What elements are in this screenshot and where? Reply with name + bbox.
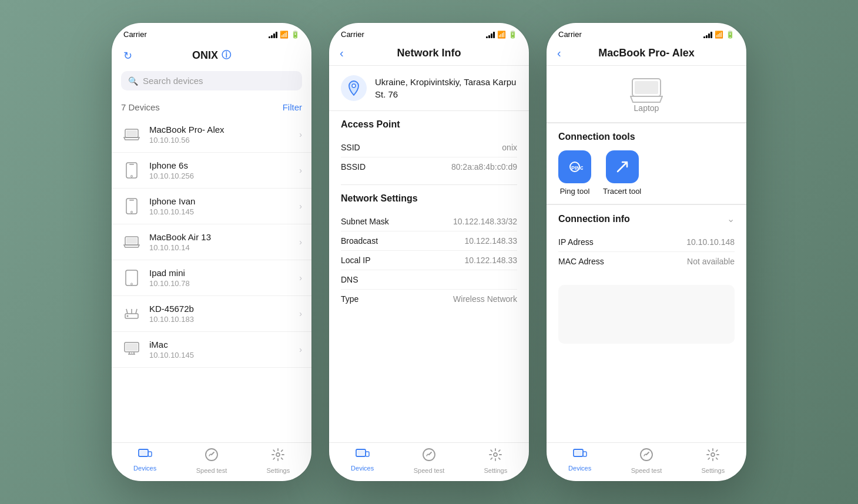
connection-info-header: Connection info ⌄ — [558, 213, 735, 224]
tab-settings-label-1: Settings — [266, 467, 290, 474]
device-name-imac: iMac — [149, 340, 299, 350]
svg-line-15 — [136, 309, 137, 314]
svg-point-11 — [131, 283, 133, 285]
device-ip-kd: 10.10.10.183 — [149, 315, 299, 324]
device-info-macbook-pro: MacBook Pro- Alex 10.10.10.56 — [149, 125, 299, 145]
device-item-iphone6s[interactable]: Iphone 6s 10.10.10.256 › — [112, 153, 311, 189]
battery-icon-1: 🔋 — [291, 31, 300, 39]
tab-devices-3[interactable]: Devices — [547, 448, 613, 474]
device-item-iphone-ivan[interactable]: Iphone Ivan 10.10.10.145 › — [112, 189, 311, 224]
spacer-2 — [329, 317, 529, 442]
chevron-ipad: › — [299, 273, 302, 283]
search-placeholder: Search devices — [143, 76, 203, 86]
localip-value: 10.122.148.33 — [464, 256, 517, 265]
network-name-text: ONIX — [192, 49, 218, 62]
svg-point-26 — [352, 84, 356, 88]
devices-count: 7 Devices — [121, 102, 160, 112]
tab-settings-icon-2 — [488, 448, 502, 465]
carrier-2: Carrier — [341, 30, 364, 39]
svg-point-40 — [711, 453, 715, 456]
location-icon-wrap — [341, 75, 367, 101]
phones-container: Carrier 📶 🔋 ↻ ONIX ⓘ 🔍 Search devices — [112, 23, 746, 481]
tab-speed-3[interactable]: Speed test — [613, 448, 679, 474]
chevron-macbook-air: › — [299, 237, 302, 247]
back-button-2[interactable]: ‹ — [340, 46, 344, 60]
tab-speed-1[interactable]: Speed test — [178, 448, 244, 474]
device-item-macbook-pro[interactable]: MacBook Pro- Alex 10.10.10.56 › — [112, 117, 311, 153]
device-list: MacBook Pro- Alex 10.10.10.56 › Iphone 6… — [112, 117, 311, 442]
tracert-tool[interactable]: Tracert tool — [603, 150, 641, 196]
ping-tool[interactable]: PING Ping tool — [558, 150, 591, 196]
chevron-iphone-ivan: › — [299, 201, 302, 211]
nav-bar-3: ‹ MacBook Pro- Alex — [547, 43, 746, 66]
network-name: ONIX ⓘ — [192, 49, 231, 62]
spacer-3 — [547, 350, 746, 442]
ping-icon: PING — [558, 150, 591, 183]
tab-speed-2[interactable]: Speed test — [396, 448, 462, 474]
tab-bar-1: Devices Speed test — [112, 442, 311, 481]
device-item-kd[interactable]: KD-45672b 10.10.10.183 › — [112, 296, 311, 332]
search-bar[interactable]: 🔍 Search devices — [121, 71, 302, 90]
search-icon: 🔍 — [128, 76, 138, 86]
device-item-macbook-air[interactable]: MacBook Air 13 10.10.10.14 › — [112, 224, 311, 260]
tab-speed-label-3: Speed test — [631, 467, 662, 474]
tab-settings-label-2: Settings — [484, 467, 507, 474]
tab-settings-3[interactable]: Settings — [680, 448, 746, 474]
tab-settings-2[interactable]: Settings — [462, 448, 529, 474]
svg-rect-22 — [140, 451, 147, 455]
svg-rect-9 — [126, 238, 137, 244]
device-info-iphone-ivan: Iphone Ivan 10.10.10.145 — [149, 196, 299, 216]
device-name-macbook-pro: MacBook Pro- Alex — [149, 125, 299, 135]
status-bar-2: Carrier 📶 🔋 — [329, 23, 529, 43]
device-icon-phone-ivan — [121, 196, 142, 217]
subnet-row: Subnet Mask 10.122.148.33/32 — [341, 212, 517, 231]
tab-bar-3: Devices Speed test — [547, 442, 746, 481]
svg-point-16 — [127, 315, 129, 317]
device-info-kd: KD-45672b 10.10.10.183 — [149, 304, 299, 324]
connection-tools-title: Connection tools — [558, 132, 735, 142]
tab-devices-2[interactable]: Devices — [329, 448, 396, 474]
bssid-row: BSSID 80:2a:a8:4b:c0:d9 — [341, 157, 517, 176]
ip-label: IP Adress — [558, 237, 594, 247]
expand-icon[interactable]: ⌄ — [727, 213, 735, 224]
svg-rect-1 — [126, 130, 137, 136]
refresh-icon[interactable]: ↻ — [123, 49, 132, 62]
svg-rect-38 — [583, 452, 586, 456]
app-header-1: ↻ ONIX ⓘ — [112, 43, 311, 66]
tab-devices-icon-3 — [573, 448, 587, 463]
wifi-icon-2: 📶 — [497, 31, 506, 39]
tab-settings-icon-1 — [271, 448, 285, 465]
status-bar-3: Carrier 📶 🔋 — [547, 23, 746, 43]
info-icon[interactable]: ⓘ — [222, 49, 231, 62]
tab-speed-icon-3 — [639, 448, 653, 465]
back-button-3[interactable]: ‹ — [557, 46, 561, 60]
phone-2: Carrier 📶 🔋 ‹ Network Info Ukraine, — [329, 23, 529, 481]
carrier-3: Carrier — [558, 30, 582, 39]
nav-bar-2: ‹ Network Info — [329, 43, 529, 66]
svg-rect-5 — [126, 199, 137, 214]
device-ip-iphone-ivan: 10.10.10.145 — [149, 207, 299, 216]
mac-row: MAC Adress Not available — [558, 252, 735, 271]
chevron-iphone6s: › — [299, 166, 302, 175]
phone-3: Carrier 📶 🔋 ‹ MacBook Pro- Alex Laptop — [547, 23, 746, 481]
svg-rect-18 — [126, 344, 138, 351]
type-value: Wireless Network — [453, 294, 517, 304]
device-item-ipad[interactable]: Ipad mini 10.10.10.78 › — [112, 260, 311, 296]
device-info-macbook-air: MacBook Air 13 10.10.10.14 — [149, 232, 299, 252]
device-ip-macbook-air: 10.10.10.14 — [149, 243, 299, 252]
chevron-imac: › — [299, 345, 302, 354]
device-item-imac[interactable]: iMac 10.10.10.145 › — [112, 332, 311, 368]
tab-devices-1[interactable]: Devices — [112, 448, 178, 474]
bssid-value: 80:2a:a8:4b:c0:d9 — [451, 162, 517, 172]
ssid-label: SSID — [341, 143, 360, 152]
device-name-iphone6s: Iphone 6s — [149, 160, 299, 170]
device-icon-macbook-air — [121, 231, 142, 253]
device-ip-macbook-pro: 10.10.10.56 — [149, 136, 299, 145]
tab-settings-label-3: Settings — [701, 467, 725, 474]
filter-button[interactable]: Filter — [283, 102, 302, 112]
chevron-kd: › — [299, 309, 302, 318]
svg-rect-4 — [129, 164, 134, 165]
ping-label: Ping tool — [560, 187, 590, 196]
tab-settings-1[interactable]: Settings — [245, 448, 311, 474]
wifi-icon-3: 📶 — [715, 31, 723, 39]
